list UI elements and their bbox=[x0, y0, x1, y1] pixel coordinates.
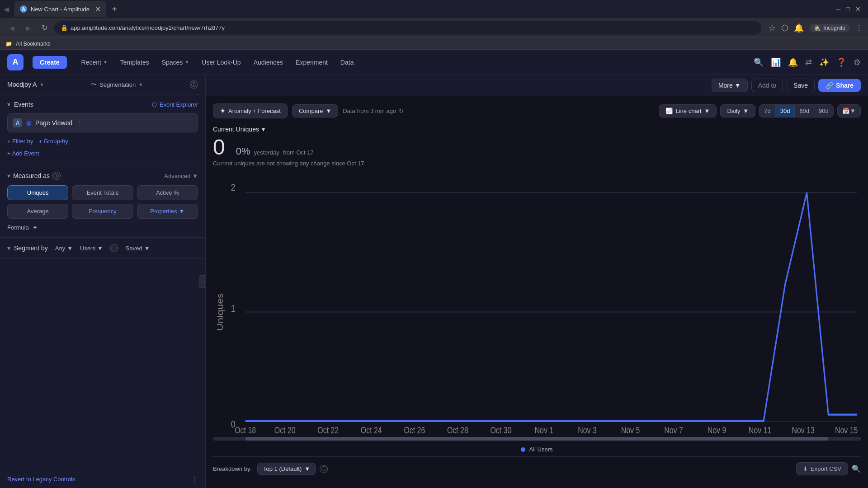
nav-item-recent[interactable]: Recent ▼ bbox=[76, 56, 113, 69]
group-by-button[interactable]: + Group-by bbox=[38, 138, 68, 145]
events-section-title[interactable]: ▾ Events bbox=[7, 101, 33, 108]
line-chart-button[interactable]: 📈 Line chart ▼ bbox=[659, 104, 717, 117]
breakdown-info-icon[interactable]: ⓘ bbox=[320, 465, 328, 473]
export-csv-button[interactable]: ⬇ Export CSV bbox=[796, 462, 848, 475]
breakdown-selector[interactable]: Top 1 (Default) ▼ bbox=[257, 463, 316, 475]
project-selector[interactable]: Moodjoy A ▼ bbox=[7, 81, 44, 88]
measured-as-title[interactable]: ▾ Measured as ⓘ bbox=[7, 172, 61, 180]
metric-selector-chevron-icon: ▾ bbox=[262, 126, 265, 133]
nav-forward-button[interactable]: ▶ bbox=[22, 22, 34, 34]
nav-back-button[interactable]: ◀ bbox=[5, 22, 18, 34]
project-chevron-icon: ▼ bbox=[39, 82, 44, 87]
calendar-button[interactable]: 📅▼ bbox=[837, 104, 861, 117]
nav-item-experiment[interactable]: Experiment bbox=[290, 56, 333, 69]
breakdown-chevron-icon: ▼ bbox=[304, 465, 310, 472]
event-explorer-button[interactable]: ⬡ Event Explorer bbox=[152, 101, 198, 108]
add-to-button[interactable]: Add to bbox=[751, 79, 783, 92]
settings-icon[interactable]: ⚙ bbox=[854, 57, 861, 67]
measured-info-icon[interactable]: ⓘ bbox=[52, 172, 61, 180]
60d-button[interactable]: 60d bbox=[795, 105, 814, 117]
event-item-page-viewed[interactable]: A ⊕ Page Viewed ⋮ bbox=[7, 113, 198, 132]
amplitude-logo[interactable]: A bbox=[7, 54, 24, 70]
tab-nav-left: ◀ bbox=[4, 5, 9, 14]
properties-button[interactable]: Properties ▼ bbox=[137, 204, 198, 219]
notification-icon[interactable]: 🔔 bbox=[794, 23, 804, 33]
save-button[interactable]: Save bbox=[787, 79, 815, 92]
event-plus-icon: ⊕ bbox=[26, 119, 32, 127]
90d-button[interactable]: 90d bbox=[814, 105, 833, 117]
chart-type-selector[interactable]: 〜 Segmentation ▼ bbox=[91, 80, 143, 89]
chart-scrollbar[interactable] bbox=[213, 437, 861, 441]
formula-button[interactable]: Formula ✦ bbox=[7, 224, 198, 231]
browser-menu-icon[interactable]: ⋮ bbox=[855, 23, 863, 32]
metric-from: from Oct 17 bbox=[283, 149, 314, 156]
window-close-icon[interactable]: ✕ bbox=[855, 5, 861, 13]
create-button[interactable]: Create bbox=[33, 56, 67, 69]
bookmarks-label[interactable]: All Bookmarks bbox=[16, 41, 51, 47]
active-tab[interactable]: A New Chart - Amplitude ✕ bbox=[14, 1, 106, 17]
nav-reload-button[interactable]: ↻ bbox=[38, 22, 51, 34]
extension-icon[interactable]: ⬡ bbox=[781, 23, 788, 33]
x-label-nov7: Nov 7 bbox=[664, 425, 683, 435]
segment-info-icon[interactable]: ⓘ bbox=[110, 244, 118, 252]
more-chevron-icon: ▼ bbox=[735, 82, 741, 89]
add-event-button[interactable]: + Add Event bbox=[7, 148, 198, 159]
analytics-icon[interactable]: 📊 bbox=[771, 57, 781, 67]
events-chevron-icon: ▾ bbox=[7, 101, 10, 108]
search-breakdown-input[interactable]: 🔍 bbox=[852, 465, 861, 473]
30d-button[interactable]: 30d bbox=[776, 105, 795, 117]
interval-button[interactable]: Daily ▼ bbox=[720, 104, 755, 117]
chart-toolbar: ✦ Anomaly + Forecast Compare ▼ Data from… bbox=[213, 103, 861, 118]
anomaly-icon: ✦ bbox=[220, 107, 226, 115]
bookmark-star-icon[interactable]: ☆ bbox=[769, 23, 776, 33]
x-label-nov15: Nov 15 bbox=[835, 425, 858, 435]
anomaly-forecast-button[interactable]: ✦ Anomaly + Forecast bbox=[213, 103, 288, 118]
nav-item-spaces[interactable]: Spaces ▼ bbox=[156, 56, 195, 69]
any-dropdown[interactable]: Any ▼ bbox=[55, 245, 73, 252]
address-bar[interactable]: 🔒 app.amplitude.com/analytics/moodjoy2/c… bbox=[54, 21, 761, 35]
event-totals-button[interactable]: Event Totals bbox=[72, 185, 133, 200]
sidebar-more-icon[interactable]: ⋮ bbox=[192, 475, 198, 483]
tab-title: New Chart - Amplitude bbox=[31, 6, 90, 13]
new-tab-button[interactable]: + bbox=[108, 3, 121, 15]
legend-dot bbox=[521, 447, 525, 452]
window-minimize-icon[interactable]: ─ bbox=[836, 5, 841, 13]
refresh-icon[interactable]: ↻ bbox=[399, 108, 404, 114]
help-icon[interactable]: ❓ bbox=[836, 57, 846, 67]
url-text: app.amplitude.com/analytics/moodjoy2/cha… bbox=[71, 24, 225, 31]
nav-item-audiences[interactable]: Audiences bbox=[248, 56, 288, 69]
legend-label: All Users bbox=[529, 446, 552, 453]
chart-line bbox=[245, 192, 857, 421]
tab-back-icon: ◀ bbox=[4, 5, 9, 14]
window-maximize-icon[interactable]: □ bbox=[846, 5, 850, 13]
nav-item-templates[interactable]: Templates bbox=[115, 56, 155, 69]
more-button[interactable]: More ▼ bbox=[712, 79, 748, 92]
tab-close-icon[interactable]: ✕ bbox=[95, 5, 101, 14]
search-icon[interactable]: 🔍 bbox=[754, 57, 764, 67]
bell-icon[interactable]: 🔔 bbox=[788, 57, 798, 67]
event-more-icon[interactable]: ⋮ bbox=[76, 119, 82, 127]
sidebar-collapse-button[interactable]: ‹ bbox=[199, 275, 206, 288]
7d-button[interactable]: 7d bbox=[760, 105, 775, 117]
nav-item-user-lookup[interactable]: User Look-Up bbox=[196, 56, 246, 69]
average-button[interactable]: Average bbox=[7, 204, 68, 219]
metric-selector[interactable]: Current Uniques ▾ bbox=[213, 126, 861, 133]
nav-item-data[interactable]: Data bbox=[335, 56, 359, 69]
chevron-down-icon: ▼ bbox=[103, 60, 108, 65]
share-button[interactable]: 🔗 Share bbox=[818, 79, 861, 92]
sync-icon[interactable]: ⇄ bbox=[805, 57, 812, 67]
revert-button[interactable]: Revert to Legacy Controls bbox=[7, 476, 75, 483]
filter-by-button[interactable]: + Filter by bbox=[7, 138, 33, 145]
segmentation-info-icon[interactable]: ⓘ bbox=[190, 80, 198, 89]
saved-dropdown[interactable]: Saved ▼ bbox=[126, 245, 150, 252]
frequency-button[interactable]: Frequency bbox=[72, 204, 133, 219]
uniques-button[interactable]: Uniques bbox=[7, 185, 68, 200]
compare-button[interactable]: Compare ▼ bbox=[292, 104, 338, 117]
wand-icon[interactable]: ✨ bbox=[819, 57, 829, 67]
saved-chevron-icon: ▼ bbox=[144, 245, 150, 252]
users-dropdown[interactable]: Users ▼ bbox=[80, 245, 103, 252]
segment-by-section: ▾ Segment by Any ▼ Users ▼ ⓘ Saved ▼ bbox=[0, 238, 205, 259]
active-percent-button[interactable]: Active % bbox=[137, 185, 198, 200]
x-label-nov1: Nov 1 bbox=[535, 425, 554, 435]
advanced-button[interactable]: Advanced ▼ bbox=[164, 173, 198, 179]
